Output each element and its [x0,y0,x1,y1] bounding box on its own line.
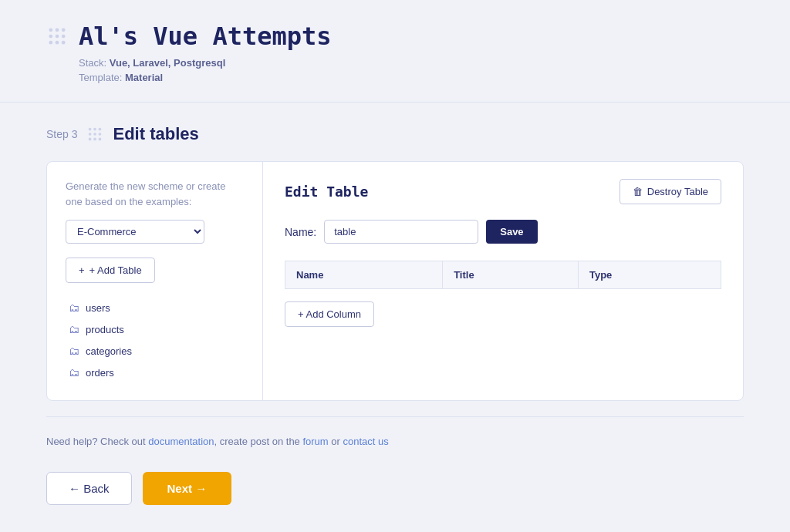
col-header-title: Title [443,261,579,289]
add-column-button[interactable]: + Add Column [285,301,374,327]
next-button[interactable]: Next → [143,472,232,505]
forum-link[interactable]: forum [302,436,328,447]
footer-navigation: ← Back Next → [46,472,744,505]
left-panel: Generate the new scheme or create one ba… [47,162,263,400]
list-item[interactable]: 🗂 users [66,297,244,318]
destroy-table-button[interactable]: 🗑 Destroy Table [620,179,721,204]
svg-point-17 [99,138,102,141]
folder-icon: 🗂 [69,323,79,335]
name-label: Name: [285,226,316,238]
main-content: Step 3 Edit tables Generate the new sche… [0,103,790,527]
step-title: Edit tables [113,124,198,144]
content-area: Generate the new scheme or create one ba… [46,161,744,401]
svg-point-6 [49,41,53,45]
svg-point-15 [89,138,92,141]
list-item[interactable]: 🗂 orders [66,362,244,383]
trash-icon: 🗑 [633,186,643,197]
folder-icon: 🗂 [69,366,79,379]
contact-link[interactable]: contact us [343,436,388,447]
svg-point-7 [56,41,59,45]
header-template: Template: Material [79,72,744,83]
grid-icon [46,25,68,47]
table-name: users [86,302,110,314]
help-text-before: Need help? Check out [46,436,148,447]
svg-point-4 [56,35,59,39]
svg-point-13 [94,133,97,136]
add-column-label: + Add Column [298,308,361,320]
divider [46,416,744,417]
step-label: Step 3 [46,128,77,140]
svg-point-9 [89,128,92,131]
svg-point-1 [56,29,59,32]
columns-table: Name Title Type [285,261,721,289]
table-name: orders [86,367,114,379]
svg-point-0 [49,29,53,32]
col-header-type: Type [578,261,721,289]
help-text: Need help? Check out documentation, crea… [46,436,744,447]
table-name: categories [86,345,132,357]
svg-point-16 [94,138,97,141]
svg-point-11 [99,128,102,131]
folder-icon: 🗂 [69,301,79,314]
add-table-label: + Add Table [89,264,142,276]
destroy-table-label: Destroy Table [647,186,708,197]
list-item[interactable]: 🗂 products [66,318,244,340]
plus-icon: + [79,264,85,276]
folder-icon: 🗂 [69,345,79,357]
svg-point-5 [62,35,66,39]
svg-point-3 [49,35,53,39]
col-header-name: Name [285,261,443,289]
name-row: Name: Save [285,220,721,244]
save-button[interactable]: Save [486,220,537,244]
table-name-input[interactable] [324,220,478,244]
svg-point-10 [94,128,97,131]
right-panel-header: Edit Table 🗑 Destroy Table [285,179,721,204]
svg-point-8 [62,41,66,45]
app-title: Al's Vue Attempts [79,22,332,51]
svg-point-12 [89,133,92,136]
svg-point-2 [62,29,66,32]
add-table-button[interactable]: + + Add Table [66,258,155,283]
svg-point-14 [99,133,102,136]
template-select[interactable]: E-Commerce Blog CMS Forum [66,220,204,244]
help-text-middle: , create post on the [214,436,303,447]
table-list: 🗂 users 🗂 products 🗂 categories 🗂 orders [66,297,244,383]
step-header: Step 3 Edit tables [46,124,744,144]
list-item[interactable]: 🗂 categories [66,340,244,362]
documentation-link[interactable]: documentation [148,436,214,447]
right-panel: Edit Table 🗑 Destroy Table Name: Save Na… [263,162,743,400]
back-button[interactable]: ← Back [46,472,132,505]
edit-table-title: Edit Table [285,184,368,200]
help-text-or: or [329,436,343,447]
page-header: Al's Vue Attempts Stack: Vue, Laravel, P… [0,0,790,103]
left-panel-hint: Generate the new scheme or create one ba… [66,179,244,209]
header-stack: Stack: Vue, Laravel, Postgresql [79,57,744,69]
step-icon [86,126,103,143]
table-name: products [86,324,124,335]
